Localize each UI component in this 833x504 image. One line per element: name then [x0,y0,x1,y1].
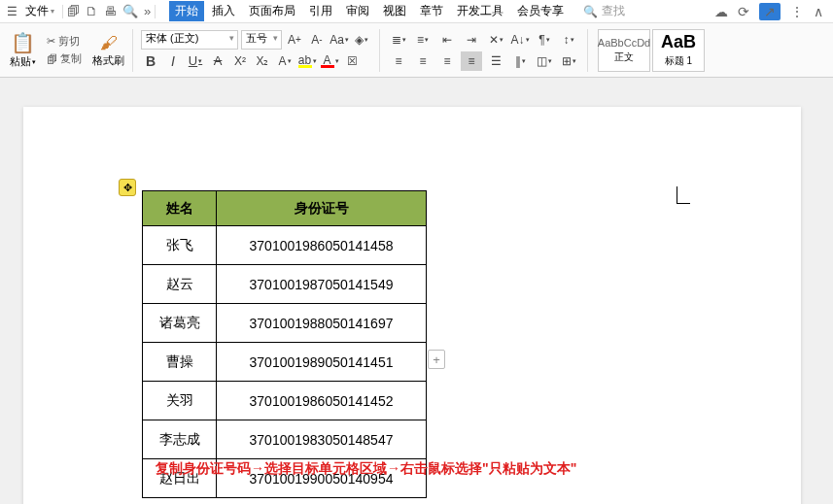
divider [155,5,156,18]
cloud-icon[interactable]: ☁ [714,4,728,19]
align-distribute-button[interactable]: ☰ [485,51,506,71]
font-group: 宋体 (正文) 五号 A+ A- Aa ◈ B I U A X² X₂ A ab… [137,30,375,71]
tab-references[interactable]: 引用 [303,1,338,21]
print-icon[interactable]: 🖶 [104,4,117,18]
search-icon: 🔍 [583,5,598,18]
scissors-icon: ✂ [47,35,55,48]
cell-id[interactable]: 3701001987050141549 [217,265,427,304]
cell-id[interactable]: 3701001986050141458 [217,226,427,265]
clear-format-button[interactable]: ◈ [352,30,371,50]
table-row: 赵云3701001987050141549 [143,265,427,304]
number-list-button[interactable]: ≡ [412,30,434,50]
borders-button[interactable]: ⊞ [558,51,579,71]
ribbon: 📋 粘贴▾ ✂剪切 🗐复制 🖌 格式刷 宋体 (正文) 五号 A+ A- Aa … [0,23,833,78]
top-menu-bar: ☰ 文件 ▾ 🗐 🗋 🖶 🔍 » 开始 插入 页面布局 引用 审阅 视图 章节 … [0,0,833,23]
subscript-button[interactable]: X₂ [253,51,272,71]
increase-indent-button[interactable]: ⇥ [461,30,482,50]
style-normal[interactable]: AaBbCcDd 正文 [598,29,650,72]
font-color-button[interactable]: A [320,51,339,71]
cell-id[interactable]: 3701001988050141697 [217,304,427,343]
tab-insert[interactable]: 插入 [206,1,241,21]
align-left-button[interactable]: ≡ [388,51,409,71]
align-justify-button[interactable]: ≡ [461,51,482,71]
spacing-button[interactable]: ✕ [485,30,506,50]
share-button[interactable]: ↗ [759,3,781,20]
font-size-select[interactable]: 五号 [241,30,282,50]
document-area: ✥ 姓名 身份证号 张飞3701001986050141458 赵云370100… [0,78,833,504]
align-right-button[interactable]: ≡ [436,51,458,71]
topbar-right: ☁ ⟳ ↗ ⋮ ∧ [714,3,829,20]
quick-access-toolbar: 🗐 🗋 🖶 🔍 » [67,4,151,18]
brush-icon: 🖌 [100,33,118,53]
italic-button[interactable]: I [163,51,183,71]
show-marks-button[interactable]: ¶ [534,30,555,50]
tab-chapter[interactable]: 章节 [414,1,449,21]
table-row: 张飞3701001986050141458 [143,226,427,265]
cell-id[interactable]: 3701001986050141452 [217,382,427,420]
save-icon[interactable]: 🗐 [67,4,80,18]
tab-developer[interactable]: 开发工具 [451,1,509,21]
document-table[interactable]: 姓名 身份证号 张飞3701001986050141458 赵云37010019… [142,190,427,498]
table-row: 曹操3701001989050141451 [143,343,427,382]
page[interactable]: ✥ 姓名 身份证号 张飞3701001986050141458 赵云370100… [23,107,801,504]
table-move-handle[interactable]: ✥ [119,179,136,196]
shading-button[interactable]: ◫ [534,51,555,71]
tab-view[interactable]: 视图 [377,1,412,21]
tab-page-layout[interactable]: 页面布局 [243,1,301,21]
decrease-indent-button[interactable]: ⇤ [436,30,458,50]
paragraph-group: ≣ ≡ ⇤ ⇥ ✕ A↓ ¶ ↕ ≡ ≡ ≡ ≡ ☰ ‖ ◫ ⊞ [384,30,583,71]
header-name[interactable]: 姓名 [143,191,217,226]
cell-name[interactable]: 曹操 [143,343,217,382]
preview-icon[interactable]: 🔍 [122,4,138,18]
grow-font-button[interactable]: A+ [285,30,304,50]
paste-button[interactable]: 📋 粘贴▾ [6,29,40,71]
file-menu-label: 文件 [25,3,49,19]
add-column-button[interactable]: + [428,350,445,369]
sort-button[interactable]: A↓ [509,30,531,50]
sync-icon[interactable]: ⟳ [738,4,749,19]
highlight-button[interactable]: ab [297,51,317,71]
text-direction-button[interactable]: ‖ [509,51,531,71]
file-menu[interactable]: 文件 ▾ [21,3,58,19]
cell-name[interactable]: 诸葛亮 [143,304,217,343]
font-name-select[interactable]: 宋体 (正文) [141,30,238,50]
new-icon[interactable]: 🗋 [86,4,98,18]
tab-start[interactable]: 开始 [169,1,204,21]
char-border-button[interactable]: ☒ [342,51,362,71]
strikethrough-button[interactable]: A [208,51,227,71]
format-painter-button[interactable]: 🖌 格式刷 [88,31,128,70]
collapse-icon[interactable]: ∧ [814,4,823,19]
superscript-button[interactable]: X² [230,51,250,71]
bold-button[interactable]: B [141,51,160,71]
align-center-button[interactable]: ≡ [412,51,434,71]
table-row: 关羽3701001986050141452 [143,382,427,420]
style-heading1[interactable]: AaB 标题 1 [652,29,705,72]
annotation-text: 复制身份证号码→选择目标单元格区域→右击鼠标选择"只粘贴为文本" [156,460,576,478]
settings-icon[interactable]: ⋮ [790,4,804,19]
bullet-list-button[interactable]: ≣ [388,30,409,50]
table-row: 李志成3701001983050148547 [143,420,427,459]
style-gallery: AaBbCcDd 正文 AaB 标题 1 [598,29,705,72]
copy-button[interactable]: 🗐复制 [44,50,85,67]
copy-icon: 🗐 [47,53,57,65]
header-id[interactable]: 身份证号 [217,191,427,226]
text-effects-button[interactable]: A [275,51,295,71]
shrink-font-button[interactable]: A- [307,30,327,50]
cell-name[interactable]: 赵云 [143,265,217,304]
divider [587,29,588,72]
cell-name[interactable]: 关羽 [143,382,217,420]
hamburger-icon[interactable]: ☰ [4,4,19,19]
table-row: 诸葛亮3701001988050141697 [143,304,427,343]
cell-id[interactable]: 3701001989050141451 [217,343,427,382]
cell-name[interactable]: 张飞 [143,226,217,265]
cell-name[interactable]: 李志成 [143,420,217,459]
line-spacing-button[interactable]: ↕ [558,30,579,50]
tab-review[interactable]: 审阅 [340,1,375,21]
more-icon[interactable]: » [144,4,151,18]
cut-button[interactable]: ✂剪切 [44,33,85,50]
underline-button[interactable]: U [186,51,205,71]
tab-member[interactable]: 会员专享 [511,1,570,21]
change-case-button[interactable]: Aa [330,30,349,50]
search-box[interactable]: 🔍 查找 [583,3,625,19]
cell-id[interactable]: 3701001983050148547 [217,420,427,459]
